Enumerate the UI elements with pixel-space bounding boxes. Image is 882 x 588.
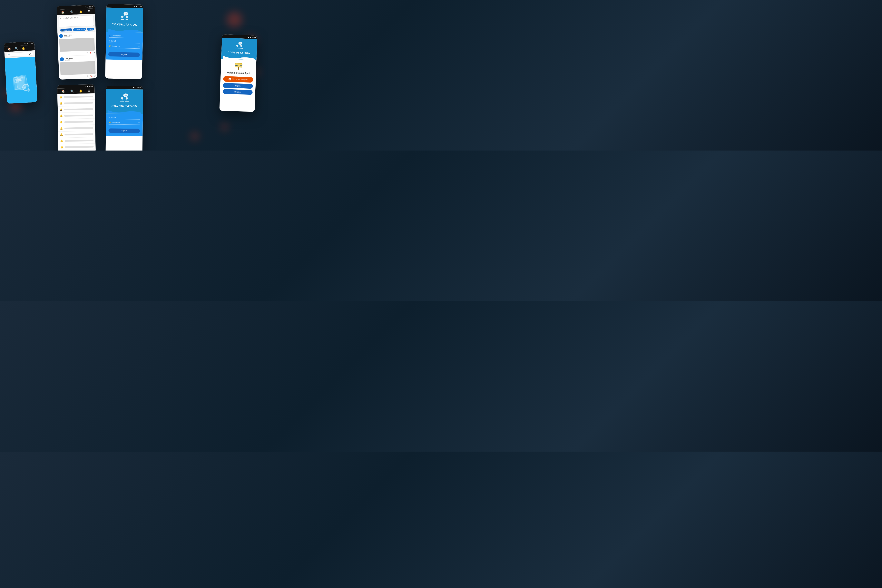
notif-item-1[interactable]: 🔔 <box>57 93 95 100</box>
welcome-sign-icon: WELCOME <box>234 62 243 70</box>
watermark-latin: mostaql.com <box>127 144 141 147</box>
menu-icon-4[interactable]: ☰ <box>88 89 90 92</box>
login-app-title: CONSULTATION <box>111 104 137 108</box>
bell-notif-4: 🔔 <box>60 114 63 117</box>
share-icon-1[interactable]: ↗ <box>93 51 95 54</box>
menu-icon-2[interactable]: ☰ <box>88 10 91 13</box>
register-header: CONSULTATION <box>106 8 143 32</box>
eye-icon-5[interactable]: 👁 <box>138 122 140 124</box>
time-display-5: 12:30 <box>137 87 141 88</box>
svg-point-3 <box>126 16 128 18</box>
post-image-1 <box>59 38 94 52</box>
post-user-row-1: 👤 User Name 10:20PM <box>59 33 94 38</box>
bell-notif-7: 🔔 <box>60 133 63 136</box>
time-display-2: 12:30 <box>89 6 93 8</box>
signal-icon-3: ▲ <box>136 5 137 7</box>
phone-search-home: ▾▴ ▲ 12:30 🏠 🔍 🔔 ☰ 🔍 🎤 <box>4 41 38 104</box>
signal-icon: ▲ <box>27 42 28 44</box>
menu-icon[interactable]: ☰ <box>28 46 32 50</box>
publish-button[interactable]: Publish <box>87 28 94 31</box>
post-actions-2: ♡ 🔖 ↗ <box>61 75 96 78</box>
eye-icon-3[interactable]: 👁 <box>138 46 140 48</box>
like-icon-2[interactable]: ♡ <box>87 75 88 77</box>
notif-item-4[interactable]: 🔔 <box>58 112 95 119</box>
share-icon-2[interactable]: ↗ <box>94 75 96 77</box>
login-password-label: Password <box>112 122 137 124</box>
notif-item-7[interactable]: 🔔 <box>58 131 96 138</box>
bell-icon-4[interactable]: 🔔 <box>79 89 82 92</box>
signal-icon-2: ▲ <box>87 6 88 8</box>
consultation-icon-3 <box>118 11 131 21</box>
notif-item-8[interactable]: 🔔 <box>58 137 96 144</box>
search-icon-2[interactable]: 🔍 <box>70 10 74 14</box>
watermark: مستقل mostaql.com <box>127 140 141 147</box>
bell-icon-2[interactable]: 🔔 <box>79 10 82 14</box>
notif-item-3[interactable]: 🔔 <box>58 106 95 113</box>
post-user-row-2: 👤 User Name 10:20PM <box>60 56 95 62</box>
svg-point-17 <box>240 45 242 47</box>
register-button-6[interactable]: Register <box>223 89 253 94</box>
welcome-content: WELCOME Welcome to our App! G+ Sign in w… <box>220 59 256 97</box>
bokeh-6 <box>190 132 199 141</box>
watermark-arabic: مستقل <box>127 140 141 144</box>
login-email-field: ✉ Email <box>109 116 140 119</box>
avatar-1: 👤 <box>59 34 63 38</box>
home-icon-4[interactable]: 🏠 <box>62 90 65 93</box>
like-icon-1[interactable]: ♡ <box>86 52 88 54</box>
nav-bar-4: 🏠 🔍 🔔 ☰ <box>57 88 94 94</box>
post-actions-1: ♡ 🔖 ↗ <box>60 51 95 55</box>
signin-button-6[interactable]: Sign in <box>223 83 253 88</box>
google-signin-button[interactable]: G+ Sign in with google+ <box>223 76 253 82</box>
phone-body-illustration <box>5 57 38 104</box>
wifi-icon: ▾▴ <box>24 43 26 45</box>
notif-item-5[interactable]: 🔔 <box>58 118 95 125</box>
bookmark-icon-1[interactable]: 🔖 <box>89 51 92 54</box>
time-display-3: 12:30 <box>138 6 142 7</box>
search-icon[interactable]: 🔍 <box>15 47 18 50</box>
notif-item-6[interactable]: 🔔 <box>58 124 96 132</box>
password-field: 🔑 Password 👁 <box>108 45 140 49</box>
consultation-icon-6 <box>234 41 245 50</box>
home-icon-2[interactable]: 🏠 <box>61 10 64 14</box>
login-header: CONSULTATION <box>106 89 143 114</box>
bell-notif-5: 🔔 <box>60 121 63 123</box>
search-illustration <box>12 57 31 104</box>
username-field: 👤 User name <box>109 35 140 38</box>
bell-icon[interactable]: 🔔 <box>21 46 25 50</box>
phone-register: ▾▴ ▲ 12:30 CONSULTATION <box>105 4 144 79</box>
search-input-field[interactable]: 🔍 🎤 <box>6 52 33 57</box>
register-button-3[interactable]: Register <box>108 52 140 57</box>
svg-point-12 <box>126 95 126 96</box>
consultation-icon-5 <box>118 93 131 103</box>
bell-notif-6: 🔔 <box>60 127 63 130</box>
register-app-title: CONSULTATION <box>111 23 137 26</box>
welcome-header: CONSULTATION <box>221 38 257 60</box>
notif-item-2[interactable]: 🔔 <box>57 100 95 106</box>
upload-icon: ⬆ <box>75 29 76 30</box>
compose-actions: 📷 Take Image ⬆ Upload Image Publish <box>59 28 94 32</box>
search-icon-4[interactable]: 🔍 <box>70 89 74 93</box>
home-icon[interactable]: 🏠 <box>8 47 11 51</box>
phone-feed-post: ▾▴ ▲ 12:30 🏠 🔍 🔔 ☰ 📷 Take Image ⬆ Upload… <box>57 5 98 80</box>
bell-notif-1: 🔔 <box>59 96 62 98</box>
compose-textarea[interactable] <box>58 15 94 27</box>
search-placeholder: 🔍 <box>8 54 10 56</box>
svg-marker-1 <box>124 15 126 16</box>
bokeh-1 <box>226 12 242 27</box>
notif-item-9[interactable]: 🔔 <box>58 144 96 150</box>
bookmark-icon-2[interactable]: 🔖 <box>90 75 93 77</box>
password-field-icon: 🔑 <box>108 45 111 47</box>
phone-notifications: ▾▴ ▲ 12:30 🏠 🔍 🔔 ☰ 🔔 🔔 🔔 🔔 🔔 🔔 🔔 🔔 🔔 <box>57 84 96 150</box>
signin-button-5[interactable]: Sign in <box>108 128 140 133</box>
notification-list: 🔔 🔔 🔔 🔔 🔔 🔔 🔔 🔔 🔔 <box>57 93 96 150</box>
svg-marker-15 <box>239 44 240 45</box>
signal-icon-6: ▲ <box>249 36 251 38</box>
upload-image-button[interactable]: ⬆ Upload Image <box>73 28 86 31</box>
user-field-icon: 👤 <box>109 35 111 37</box>
svg-point-9 <box>121 97 123 100</box>
take-image-button[interactable]: 📷 Take Image <box>60 28 72 32</box>
password-label: Password <box>112 45 137 48</box>
svg-rect-21 <box>238 67 239 70</box>
time-display-6: 12:30 <box>252 36 256 38</box>
svg-point-11 <box>124 95 125 96</box>
